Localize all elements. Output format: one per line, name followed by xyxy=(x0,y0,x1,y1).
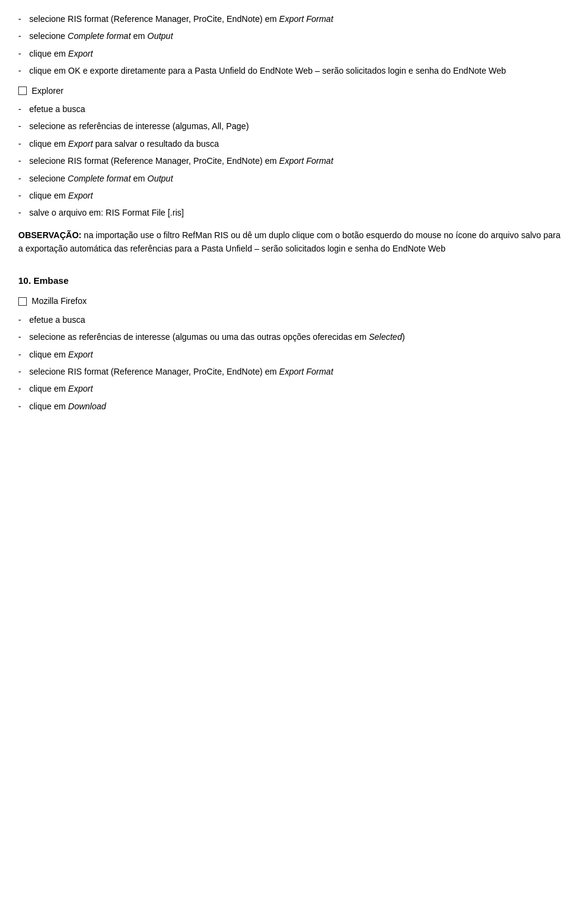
dash: - xyxy=(18,12,29,26)
bullet-ris-format-1: - selecione RIS format (Reference Manage… xyxy=(18,12,567,26)
bullet-ok-export: - clique em OK e exporte diretamente par… xyxy=(18,64,567,77)
bullet-text: selecione Complete format em Output xyxy=(29,29,567,43)
observacao-text: na importação use o filtro RefMan RIS ou… xyxy=(18,230,561,253)
dash: - xyxy=(18,154,29,168)
dash: - xyxy=(18,348,29,361)
top-section: - selecione RIS format (Reference Manage… xyxy=(18,12,567,255)
bullet-text: selecione as referências de interesse (a… xyxy=(29,330,567,344)
dash: - xyxy=(18,330,29,344)
bullet-text: clique em Export para salvar o resultado… xyxy=(29,137,567,150)
bullet-salve-arquivo: - salve o arquivo em: RIS Format File [.… xyxy=(18,206,567,219)
bullet-text: selecione Complete format em Output xyxy=(29,172,567,185)
dash: - xyxy=(18,313,29,326)
bullet-ris-format-2: - selecione RIS format (Reference Manage… xyxy=(18,154,567,168)
dash: - xyxy=(18,172,29,185)
bullet-text: selecione RIS format (Reference Manager,… xyxy=(29,154,567,168)
dash: - xyxy=(18,400,29,413)
bullet-text: selecione RIS format (Reference Manager,… xyxy=(29,365,567,378)
bullet-clique-export-salvar: - clique em Export para salvar o resulta… xyxy=(18,137,567,150)
section-embase: 10. Embase Mozilla Firefox - efetue a bu… xyxy=(18,273,567,413)
bullet-text: efetue a busca xyxy=(29,313,567,326)
bullet-complete-format-2: - selecione Complete format em Output xyxy=(18,172,567,185)
checkbox-icon xyxy=(18,86,27,95)
bullet-clique-export-embase: - clique em Export xyxy=(18,348,567,361)
bullet-text: efetue a busca xyxy=(29,102,567,116)
bullet-clique-download: - clique em Download xyxy=(18,400,567,413)
checkbox-label: Mozilla Firefox xyxy=(32,294,87,308)
bullet-text: clique em Export xyxy=(29,348,567,361)
bullet-efetue-busca-1: - efetue a busca xyxy=(18,102,567,116)
observacao-label: OBSERVAÇÃO: xyxy=(18,230,82,240)
bullet-text: clique em Export xyxy=(29,189,567,202)
dash: - xyxy=(18,382,29,395)
checkbox-explorer: Explorer xyxy=(18,84,567,97)
bullet-complete-format-1: - selecione Complete format em Output xyxy=(18,29,567,43)
bullet-text: clique em OK e exporte diretamente para … xyxy=(29,64,567,77)
bullet-text: clique em Download xyxy=(29,400,567,413)
dash: - xyxy=(18,29,29,43)
dash: - xyxy=(18,137,29,150)
section-embase-heading: 10. Embase xyxy=(18,273,567,288)
bullet-text: salve o arquivo em: RIS Format File [.ri… xyxy=(29,206,567,219)
bullet-ris-format-embase: - selecione RIS format (Reference Manage… xyxy=(18,365,567,378)
bullet-export-1: - clique em Export xyxy=(18,47,567,60)
observacao-block: OBSERVAÇÃO: na importação use o filtro R… xyxy=(18,228,567,256)
bullet-text: clique em Export xyxy=(29,47,567,60)
dash: - xyxy=(18,119,29,133)
checkbox-mozilla: Mozilla Firefox xyxy=(18,294,567,308)
dash: - xyxy=(18,206,29,219)
bullet-efetue-busca-2: - efetue a busca xyxy=(18,313,567,326)
bullet-text: selecione as referências de interesse (a… xyxy=(29,119,567,133)
bullet-text: selecione RIS format (Reference Manager,… xyxy=(29,12,567,26)
checkbox-label: Explorer xyxy=(32,84,63,97)
dash: - xyxy=(18,189,29,202)
dash: - xyxy=(18,365,29,378)
dash: - xyxy=(18,47,29,60)
dash: - xyxy=(18,102,29,116)
bullet-clique-export-embase-2: - clique em Export xyxy=(18,382,567,395)
bullet-selecione-refs-2: - selecione as referências de interesse … xyxy=(18,330,567,344)
checkbox-icon xyxy=(18,297,27,306)
bullet-selecione-refs-1: - selecione as referências de interesse … xyxy=(18,119,567,133)
dash: - xyxy=(18,64,29,77)
bullet-text: clique em Export xyxy=(29,382,567,395)
page-content: - selecione RIS format (Reference Manage… xyxy=(18,12,567,413)
bullet-export-2: - clique em Export xyxy=(18,189,567,202)
